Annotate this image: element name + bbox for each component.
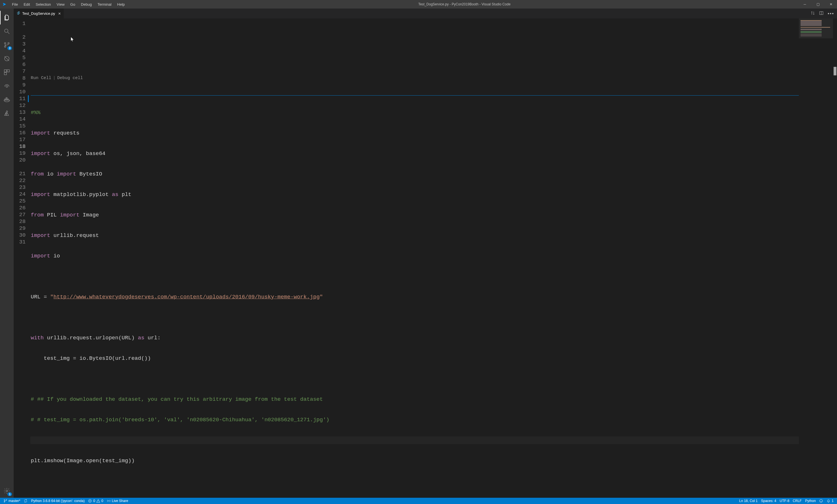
compare-changes-icon[interactable]	[811, 11, 815, 17]
activity-extensions[interactable]	[0, 66, 14, 79]
menubar: File Edit Selection View Go Debug Termin…	[9, 1, 127, 8]
activity-docker[interactable]	[0, 93, 14, 106]
python-file-icon	[17, 11, 20, 16]
statusbar: master* Python 3.6.8 64-bit ('pycon': co…	[0, 498, 837, 504]
svg-point-20	[820, 500, 823, 503]
activity-settings[interactable]: 1	[0, 484, 14, 498]
codelens-debug-cell[interactable]: Debug cell	[57, 75, 83, 82]
status-bell-count: 1	[832, 499, 834, 503]
code-content[interactable]: Run Cell | Debug cell #%% import request…	[31, 18, 799, 498]
bug-icon	[3, 55, 10, 62]
window-close-icon[interactable]: ✕	[827, 2, 835, 6]
menu-selection[interactable]: Selection	[33, 1, 54, 8]
menu-debug[interactable]: Debug	[78, 1, 94, 8]
window-maximize-icon[interactable]: ▢	[814, 2, 822, 6]
bell-icon	[826, 499, 831, 503]
line-number: 13	[14, 109, 25, 116]
status-eol[interactable]: CRLF	[791, 499, 803, 503]
line-number: 20	[14, 157, 25, 164]
tab-close-icon[interactable]: ✕	[58, 12, 61, 16]
code-text: # ## If you downloaded the dataset, you …	[31, 396, 323, 403]
code-text: as	[138, 335, 144, 341]
code-text: import	[31, 232, 50, 239]
status-liveshare-label: Live Share	[112, 499, 128, 503]
line-number: 6	[14, 61, 25, 68]
editor[interactable]: 1 2 3 4 5 6 7 8 9 10 11 12 13 14 15 16 1…	[14, 18, 837, 498]
status-liveshare[interactable]: Live Share	[105, 499, 130, 503]
svg-rect-5	[4, 70, 6, 72]
more-actions-icon[interactable]: •••	[827, 11, 834, 16]
svg-point-19	[108, 501, 109, 501]
minimap[interactable]	[799, 18, 833, 498]
menu-view[interactable]: View	[54, 1, 68, 8]
files-icon	[3, 14, 10, 21]
broadcast-icon	[107, 499, 111, 503]
code-text: import	[60, 211, 79, 219]
status-language[interactable]: Python	[803, 499, 817, 503]
menu-edit[interactable]: Edit	[21, 1, 33, 8]
line-number: 23	[14, 184, 25, 191]
status-indent[interactable]: Spaces: 4	[759, 499, 778, 503]
menu-help[interactable]: Help	[114, 1, 128, 8]
status-branch-label: master*	[8, 499, 20, 503]
line-number: 17	[14, 136, 25, 143]
scrollbar-thumb[interactable]	[834, 67, 836, 75]
status-sync[interactable]	[22, 499, 29, 503]
code-text: plt	[119, 191, 131, 198]
line-number: 30	[14, 232, 25, 239]
tabbar: Test_DogService.py ✕ •••	[14, 8, 837, 18]
editor-area: Test_DogService.py ✕ ••• 1 2 3 4 5	[14, 8, 837, 498]
code-text: # # test_img = os.path.join('breeds-10',…	[31, 416, 330, 423]
overview-ruler[interactable]	[833, 18, 837, 498]
line-number: 2	[14, 34, 25, 41]
svg-point-16	[4, 501, 5, 502]
code-text: url:	[144, 335, 161, 341]
svg-point-17	[6, 500, 7, 500]
code-text: with	[31, 335, 44, 341]
window-minimize-icon[interactable]: ─	[801, 2, 808, 6]
line-number: 3	[14, 41, 25, 48]
status-python[interactable]: Python 3.6.8 64-bit ('pycon': conda)	[29, 499, 86, 503]
status-cursor[interactable]: Ln 18, Col 1	[738, 499, 760, 503]
activity-azure[interactable]	[0, 106, 14, 120]
svg-point-15	[4, 500, 5, 500]
docker-icon	[3, 96, 10, 103]
codelens-cell-1: Run Cell | Debug cell	[31, 75, 799, 82]
svg-point-3	[8, 43, 10, 44]
line-number: 18	[14, 143, 25, 150]
status-encoding[interactable]: UTF-8	[778, 499, 791, 503]
codelens-run-cell[interactable]: Run Cell	[31, 75, 51, 82]
code-text: urllib.request.urlopen(URL)	[44, 335, 138, 341]
activity-search[interactable]	[0, 24, 14, 38]
activity-liveshare[interactable]	[0, 79, 14, 93]
status-problems[interactable]: 0 0	[86, 499, 105, 503]
line-number: 8	[14, 75, 25, 82]
activity-explorer[interactable]	[0, 11, 14, 24]
line-number: 21	[14, 170, 25, 177]
code-text: import	[31, 150, 50, 157]
activity-scm[interactable]: 3	[0, 38, 14, 52]
line-number: 1	[14, 20, 25, 27]
code-text: io	[44, 171, 57, 178]
menu-terminal[interactable]: Terminal	[94, 1, 114, 8]
status-branch[interactable]: master*	[2, 499, 22, 503]
status-feedback[interactable]	[817, 499, 825, 503]
tab-test-dogservice[interactable]: Test_DogService.py ✕	[14, 8, 64, 18]
mouse-cursor-icon	[71, 37, 74, 42]
code-text: import	[31, 253, 50, 259]
split-editor-icon[interactable]	[819, 11, 824, 17]
extensions-icon	[3, 69, 10, 76]
line-number: 26	[14, 205, 25, 211]
vscode-logo-icon	[2, 2, 7, 6]
scm-badge: 3	[7, 46, 12, 50]
activity-debug[interactable]	[0, 52, 14, 66]
azure-icon	[3, 110, 10, 117]
line-number: 11	[14, 95, 25, 102]
menu-file[interactable]: File	[9, 1, 21, 8]
status-notifications[interactable]: 1	[825, 499, 835, 503]
menu-go[interactable]: Go	[68, 1, 78, 8]
line-number: 5	[14, 54, 25, 61]
code-text: from	[31, 171, 44, 178]
code-text: urllib.request	[50, 232, 99, 239]
svg-rect-12	[6, 97, 7, 99]
